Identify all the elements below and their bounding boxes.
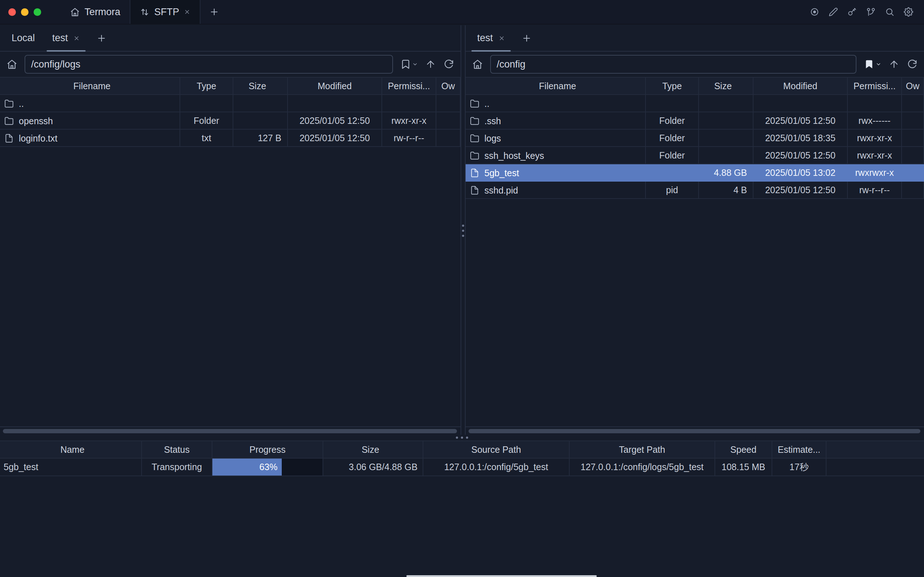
- transfer-column-size[interactable]: Size: [323, 441, 423, 458]
- transfer-column-estimate[interactable]: Estimate...: [772, 441, 826, 458]
- column-modified[interactable]: Modified: [287, 77, 382, 95]
- cell-owner: [436, 129, 460, 147]
- file-row-openssh[interactable]: opensshFolder2025/01/05 12:50rwxr-xr-x: [0, 112, 460, 129]
- column-size[interactable]: Size: [233, 77, 287, 95]
- transfer-size: 3.06 GB/4.88 GB: [323, 458, 423, 476]
- file-row-logs[interactable]: logsFolder2025/01/05 18:35rwxr-xr-x: [466, 129, 924, 147]
- close-tab-icon[interactable]: [184, 9, 190, 15]
- transfer-splitter-handle[interactable]: [0, 435, 924, 440]
- cell-owner: [901, 181, 924, 198]
- right-path-bar: [466, 52, 924, 77]
- home-icon: [472, 59, 483, 70]
- transfer-column-progress[interactable]: Progress: [212, 441, 323, 458]
- bookmark-button[interactable]: [400, 59, 418, 70]
- transfer-column-name[interactable]: Name: [0, 441, 142, 458]
- cell-type: Folder: [645, 147, 698, 164]
- cell-type: [645, 95, 698, 112]
- pane-tab-local[interactable]: Local: [3, 25, 44, 51]
- column-type[interactable]: Type: [645, 77, 698, 95]
- path-input[interactable]: [24, 55, 393, 74]
- column-size[interactable]: Size: [698, 77, 753, 95]
- column-permissi[interactable]: Permissi...: [847, 77, 901, 95]
- cell-modified: 2025/01/05 12:50: [287, 112, 382, 129]
- edit-button[interactable]: [829, 7, 838, 17]
- home-button[interactable]: [472, 59, 483, 70]
- key-button[interactable]: [847, 7, 857, 17]
- home-button[interactable]: [6, 59, 17, 70]
- refresh-button[interactable]: [907, 59, 918, 70]
- horizontal-scrollbar[interactable]: [0, 426, 461, 435]
- file-row-item[interactable]: ..: [466, 95, 924, 112]
- record-button[interactable]: [810, 7, 819, 17]
- file-row-sshd-pid[interactable]: sshd.pidpid4 B2025/01/05 12:50rw-r--r--: [466, 181, 924, 198]
- close-tab-icon[interactable]: [73, 35, 80, 42]
- column-modified[interactable]: Modified: [753, 77, 847, 95]
- pane-splitter-handle[interactable]: [461, 225, 465, 237]
- transfer-table: NameStatusProgressSizeSource PathTarget …: [0, 440, 924, 476]
- horizontal-scrollbar[interactable]: [466, 426, 924, 435]
- titlebar-tab-termora[interactable]: Termora: [61, 0, 130, 24]
- transfer-row-5gb-test[interactable]: 5gb_testTransporting63%3.06 GB/4.88 GB12…: [0, 458, 924, 476]
- transfer-column-speed[interactable]: Speed: [715, 441, 772, 458]
- bookmark-button[interactable]: [864, 59, 881, 70]
- file-table: FilenameTypeSizeModifiedPermissi...Ow..o…: [0, 77, 461, 147]
- file-icon: [470, 168, 479, 178]
- scrollbar-thumb[interactable]: [469, 429, 921, 433]
- left-path-bar: [0, 52, 461, 77]
- file-row-ssh-host-keys[interactable]: ssh_host_keysFolder2025/01/05 12:50rwxr-…: [466, 147, 924, 164]
- transfer-target-path: 127.0.0.1:/config/logs/5gb_test: [569, 458, 715, 476]
- scrollbar-thumb[interactable]: [3, 429, 457, 433]
- transfer-column-target-path[interactable]: Target Path: [569, 441, 715, 458]
- arrow-up-icon: [425, 59, 436, 70]
- column-ow[interactable]: Ow: [901, 77, 924, 95]
- cell-permissions: rw-r--r--: [847, 181, 901, 198]
- column-filename[interactable]: Filename: [466, 77, 645, 95]
- branch-button[interactable]: [866, 7, 876, 17]
- folder-icon: [4, 116, 14, 126]
- column-permissi[interactable]: Permissi...: [382, 77, 436, 95]
- parent-directory-button[interactable]: [889, 59, 900, 70]
- folder-icon: [4, 99, 14, 108]
- titlebar-tab-sftp[interactable]: SFTP: [130, 0, 200, 24]
- left-file-pane: Localtest FilenameTypeSizeModifiedPermis…: [0, 25, 461, 435]
- cell-size: 4 B: [698, 181, 753, 198]
- edit-icon: [829, 7, 838, 17]
- new-tab-button[interactable]: [89, 25, 114, 51]
- transfer-panel: NameStatusProgressSizeSource PathTarget …: [0, 440, 924, 476]
- right-pane-tab-bar: test: [466, 25, 924, 52]
- cell-type: pid: [645, 181, 698, 198]
- parent-directory-button[interactable]: [425, 59, 436, 70]
- bookmark-icon: [400, 59, 411, 70]
- transfer-column-status[interactable]: Status: [142, 441, 212, 458]
- close-window-button[interactable]: [8, 8, 16, 16]
- column-ow[interactable]: Ow: [436, 77, 460, 95]
- column-filename[interactable]: Filename: [0, 77, 180, 95]
- refresh-button[interactable]: [443, 59, 454, 70]
- column-type[interactable]: Type: [180, 77, 233, 95]
- cell-modified: [287, 95, 382, 112]
- new-window-tab-button[interactable]: [200, 0, 228, 24]
- path-input[interactable]: [490, 55, 856, 74]
- settings-button[interactable]: [904, 7, 913, 17]
- close-tab-icon[interactable]: [498, 35, 505, 42]
- pane-tab-test[interactable]: test: [469, 25, 514, 51]
- new-tab-button[interactable]: [514, 25, 540, 51]
- cell-permissions: rwxrwxr-x: [847, 164, 901, 181]
- filename: ..: [484, 98, 489, 108]
- minimize-window-button[interactable]: [21, 8, 29, 16]
- file-row-ssh[interactable]: .sshFolder2025/01/05 12:50rwx------: [466, 112, 924, 129]
- maximize-window-button[interactable]: [34, 8, 41, 16]
- cell-modified: 2025/01/05 13:02: [753, 164, 847, 181]
- cell-permissions: [382, 95, 436, 112]
- pane-tab-test[interactable]: test: [44, 25, 89, 51]
- file-row-5gb-test[interactable]: 5gb_test4.88 GB2025/01/05 13:02rwxrwxr-x: [466, 164, 924, 181]
- file-row-loginfo-txt[interactable]: loginfo.txttxt127 B2025/01/05 12:50rw-r-…: [0, 129, 460, 147]
- file-row-item[interactable]: ..: [0, 95, 460, 112]
- search-button[interactable]: [885, 7, 894, 17]
- cell-owner: [901, 164, 924, 181]
- cell-size: [698, 147, 753, 164]
- transfer-column-source-path[interactable]: Source Path: [423, 441, 569, 458]
- cell-owner: [901, 112, 924, 129]
- cell-permissions: rwxr-xr-x: [847, 147, 901, 164]
- cell-type: txt: [180, 129, 233, 147]
